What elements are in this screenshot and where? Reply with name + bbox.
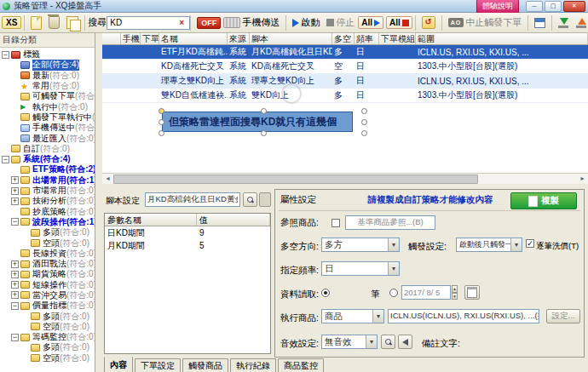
column-header[interactable]: 手機 <box>121 33 141 44</box>
table-row[interactable]: KD高檔死亡交叉 系統 KD高檔死亡交叉 空 日 1303.中小型股[台股](選… <box>102 60 588 74</box>
tree-item[interactable]: 多頭(符合:0) <box>0 227 95 238</box>
tree-item[interactable]: 可觸發下單(符合:0) <box>0 91 95 101</box>
date-spinner[interactable]: ▲▼ <box>451 285 458 300</box>
tree-item[interactable]: 觸發下單執行中(符合:0) <box>0 112 95 123</box>
date-radio[interactable] <box>389 289 398 297</box>
expander-icon[interactable] <box>11 291 19 299</box>
tree-item[interactable]: 手機傳送中(符合:0) <box>0 123 95 133</box>
tree-item[interactable]: 價量指標(符合:0) <box>0 300 95 311</box>
tree-item[interactable]: 空頭(符合:0) <box>0 238 95 248</box>
expander-icon[interactable] <box>11 134 19 142</box>
selection-handle[interactable] <box>361 119 367 125</box>
expander-icon[interactable] <box>21 344 29 352</box>
bars-radio[interactable] <box>321 289 330 297</box>
selection-handle[interactable] <box>159 108 164 114</box>
expander-icon[interactable] <box>21 323 29 330</box>
tree-item[interactable]: 長線投資(符合:0) <box>0 249 95 259</box>
expander-icon[interactable] <box>21 312 29 320</box>
bottom-tab[interactable]: 觸發商品 <box>182 358 228 372</box>
tree-item[interactable]: 當沖交易(符合:0) <box>0 290 95 300</box>
sound-search-button[interactable] <box>381 335 395 349</box>
tree-item[interactable]: 酒田戰法(符合:0) <box>0 259 95 269</box>
column-header[interactable]: 腳本 <box>250 33 332 44</box>
tree-item[interactable]: ETF策略(符合:2) <box>0 164 95 175</box>
selection-handle[interactable] <box>159 130 164 136</box>
selection-handle[interactable] <box>361 130 367 136</box>
tree-item[interactable]: 出場常用(符合:1) <box>0 175 95 186</box>
expander-icon[interactable] <box>11 166 19 174</box>
expander-icon[interactable] <box>21 354 29 362</box>
trigger-select[interactable]: 啟動後只觸發一次 <box>456 238 522 252</box>
tree-item[interactable]: 技術分析(符合:0) <box>0 196 95 206</box>
tree-item[interactable]: 空頭(符合:0) <box>0 322 95 332</box>
expander-icon[interactable] <box>21 229 29 237</box>
reference-checkbox[interactable] <box>331 219 340 227</box>
start-button[interactable]: 啟動 <box>289 14 323 31</box>
tick-check-checkbox[interactable]: ✓ <box>526 239 534 248</box>
column-header[interactable] <box>102 33 121 44</box>
tree-item[interactable]: 自訂(符合:0) <box>0 144 95 154</box>
minimize-button[interactable]: ─ <box>526 1 543 12</box>
selection-handle[interactable] <box>261 130 267 136</box>
column-header[interactable]: 下單 <box>141 33 159 44</box>
expander-icon[interactable] <box>11 249 19 257</box>
table-row[interactable]: 雙KD自低檔連袂... 系統 雙KD向上 多 日 1303.中小型股[台股](選… <box>102 89 588 103</box>
expander-icon[interactable] <box>11 187 19 195</box>
column-header[interactable]: 下單模組 <box>379 33 416 44</box>
expander-icon[interactable] <box>11 124 19 132</box>
selection-handle[interactable] <box>159 119 164 125</box>
tree-item[interactable]: 多頭(符合:0) <box>0 342 95 352</box>
bottom-tab[interactable]: 內容 <box>104 357 133 372</box>
expander-icon[interactable] <box>11 218 19 226</box>
expander-icon[interactable] <box>2 156 9 163</box>
expander-icon[interactable] <box>11 271 19 278</box>
scrollbar-thumb[interactable] <box>113 175 478 184</box>
parameter-row[interactable]: 月KD期間 5 <box>105 239 270 252</box>
expander-icon[interactable] <box>2 51 9 59</box>
xs-button[interactable]: XS <box>2 16 21 29</box>
expander-icon[interactable] <box>11 334 19 341</box>
stop-button[interactable]: 停止 <box>323 14 358 31</box>
tree-item[interactable]: 執行中(符合:0) <box>0 101 95 112</box>
start-all-button[interactable]: All <box>358 16 383 29</box>
expander-icon[interactable] <box>11 93 19 100</box>
horizontal-scrollbar[interactable]: ◂ ▸ <box>102 173 588 184</box>
close-button[interactable]: ✕ <box>563 1 585 12</box>
selection-handle[interactable] <box>361 108 367 114</box>
export-button[interactable] <box>573 15 588 30</box>
expander-icon[interactable] <box>11 83 19 90</box>
selection-handle[interactable] <box>261 108 267 114</box>
expander-icon[interactable] <box>11 113 19 121</box>
abort-trigger-order-button[interactable]: AO 中止觸發下單 <box>445 14 526 31</box>
reset-button[interactable]: ↺ <box>418 14 439 31</box>
copy-strategy-button[interactable] <box>63 14 82 31</box>
monitor-table-button[interactable] <box>531 16 549 30</box>
table-row[interactable]: 理專之雙KD向上 系統 理專之雙KD向上 多 日 ICLN.US, RXI.US… <box>102 74 588 89</box>
tree-item[interactable]: 籌碼監控(符合:0) <box>0 332 95 342</box>
maximize-button[interactable]: ▢ <box>545 1 562 12</box>
parameter-row[interactable]: 日KD期間 9 <box>105 226 270 239</box>
expander-icon[interactable] <box>11 72 19 79</box>
expander-icon[interactable] <box>11 197 19 205</box>
mobile-send-toggle[interactable]: OFF 手機傳送 <box>193 14 283 31</box>
import-button[interactable] <box>555 15 573 30</box>
delete-strategy-button[interactable] <box>45 14 63 31</box>
expander-icon[interactable] <box>11 103 19 111</box>
clear-search-icon[interactable]: × <box>179 18 184 27</box>
tree-item[interactable]: 最新(符合:0) <box>0 71 95 81</box>
expander-icon[interactable] <box>11 176 19 184</box>
tree-item[interactable]: 波段操作(符合:1) <box>0 217 95 227</box>
tree-item[interactable]: 常用(符合:0) <box>0 81 95 91</box>
exec-type-select[interactable]: 商品 <box>321 309 384 323</box>
tree-item[interactable]: 期貨策略(符合:0) <box>0 269 95 279</box>
bottom-tab[interactable]: 執行紀錄 <box>230 358 276 372</box>
sound-play-button[interactable] <box>398 335 412 349</box>
copy-strategy-button[interactable]: 複製 <box>510 192 577 209</box>
tree-item[interactable]: 最近匯入(符合:0) <box>0 133 95 143</box>
script-search-button[interactable] <box>243 192 257 207</box>
column-header[interactable]: 範圍 <box>416 33 588 44</box>
frequency-select[interactable]: 日 <box>321 261 400 276</box>
trial-help-button[interactable]: 體驗說明 <box>476 0 519 14</box>
script-name-input[interactable] <box>145 192 240 207</box>
tree-item[interactable]: 全部(符合:4) <box>0 60 95 70</box>
